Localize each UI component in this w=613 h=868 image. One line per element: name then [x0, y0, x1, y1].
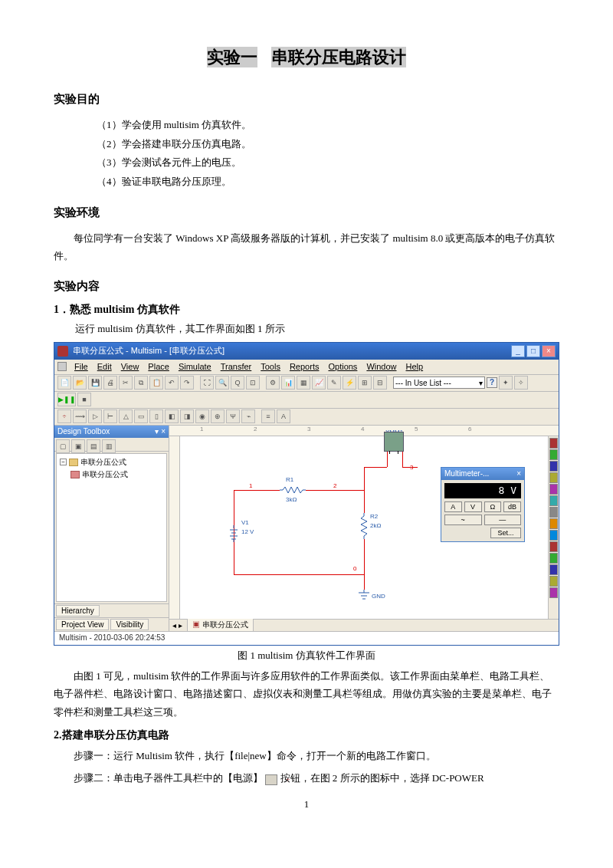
menu-options[interactable]: Options	[323, 362, 362, 371]
open-icon[interactable]: 📂	[73, 376, 87, 390]
in-use-dropdown[interactable]: --- In Use List ---▾	[393, 376, 485, 389]
instrument-icon[interactable]	[549, 484, 558, 495]
tool-icon[interactable]: ▥	[102, 439, 116, 453]
undo-icon[interactable]: ↶	[165, 376, 179, 390]
new-icon[interactable]: 📄	[57, 376, 71, 390]
resistor-r1[interactable]	[280, 486, 306, 494]
tab-visibility[interactable]: Visibility	[110, 619, 149, 630]
instrument-icon[interactable]	[549, 449, 558, 460]
tool-icon[interactable]: ⊞	[358, 376, 372, 390]
maximize-button[interactable]: □	[526, 345, 540, 357]
instrument-icon[interactable]	[549, 541, 558, 552]
elec-icon[interactable]: ⌁	[241, 409, 255, 423]
analog-icon[interactable]: △	[119, 409, 133, 423]
tool-icon[interactable]: ▣	[71, 439, 85, 453]
misc-icon[interactable]: ⊕	[211, 409, 225, 423]
instrument-icon[interactable]	[549, 461, 558, 472]
mixed-icon[interactable]: ◨	[180, 409, 194, 423]
instrument-icon[interactable]	[549, 507, 558, 518]
zoom-area-icon[interactable]: ⊡	[246, 376, 260, 390]
menu-edit[interactable]: Edit	[93, 362, 116, 371]
instrument-icon[interactable]	[549, 576, 558, 587]
menu-file[interactable]: File	[70, 362, 93, 371]
multimeter-window[interactable]: Multimeter-... × 8 V A V Ω dB	[441, 467, 525, 542]
instrument-icon[interactable]	[549, 530, 558, 541]
tab-hierarchy[interactable]: Hierarchy	[56, 605, 100, 616]
instrument-icon[interactable]	[549, 587, 558, 598]
mm-btn-dc[interactable]: —	[484, 515, 522, 525]
zoom-fit-icon[interactable]: ⛶	[200, 376, 214, 390]
diode-icon[interactable]: ▷	[88, 409, 102, 423]
basic-icon[interactable]: ⟿	[73, 409, 87, 423]
rf-icon[interactable]: Ψ	[226, 409, 240, 423]
instrument-icon[interactable]	[549, 564, 558, 575]
ground-icon[interactable]	[358, 590, 370, 600]
paste-icon[interactable]: 📋	[149, 376, 163, 390]
design-toolbox-title[interactable]: Design Toolbox ▾ ×	[54, 426, 169, 438]
cut-icon[interactable]: ✂	[119, 376, 133, 390]
close-icon[interactable]: ×	[516, 469, 521, 478]
mm-btn-a[interactable]: A	[444, 501, 462, 512]
multimeter-titlebar[interactable]: Multimeter-... ×	[441, 468, 524, 480]
mm-btn-ac[interactable]: ~	[444, 515, 482, 525]
design-tree[interactable]: − 串联分压公式 串联分压公式	[56, 453, 167, 602]
multimeter-instrument-icon[interactable]	[384, 432, 404, 452]
ttl-icon[interactable]: ▭	[134, 409, 148, 423]
instrument-icon[interactable]	[549, 438, 558, 449]
close-button[interactable]: ×	[542, 345, 556, 357]
tool-icon[interactable]: ▤	[87, 439, 100, 453]
tool-icon[interactable]: ⚙	[266, 376, 280, 390]
chart-icon[interactable]: 📊	[281, 376, 295, 390]
transistor-icon[interactable]: ⊢	[103, 409, 117, 423]
mm-set-button[interactable]: Set...	[490, 528, 521, 538]
source-icon[interactable]: ÷	[57, 409, 71, 423]
menu-transfer[interactable]: Transfer	[216, 362, 257, 371]
tool-icon[interactable]: ✧	[514, 376, 528, 390]
instrument-icon[interactable]	[549, 472, 558, 483]
copy-icon[interactable]: ⧉	[134, 376, 148, 390]
panel-close-icon[interactable]: ▾ ×	[155, 427, 166, 436]
cmos-icon[interactable]: ▯	[149, 409, 163, 423]
tool-icon[interactable]: ⚡	[343, 376, 356, 390]
print-icon[interactable]: 🖨	[103, 376, 117, 390]
mm-btn-v[interactable]: V	[464, 501, 482, 512]
schematic-canvas[interactable]: XMM1 R1 3kΩ R2 2kΩ	[180, 436, 548, 619]
menu-place[interactable]: Place	[143, 362, 174, 371]
titlebar[interactable]: 串联分压公式 - Multisim - [串联分压公式] _ □ ×	[54, 343, 559, 360]
instrument-icon[interactable]	[549, 553, 558, 564]
minimize-button[interactable]: _	[511, 345, 525, 357]
tool-icon[interactable]: 📈	[312, 376, 326, 390]
instrument-icon[interactable]	[549, 518, 558, 529]
canvas-tab[interactable]: ▣ 串联分压公式	[187, 618, 254, 632]
tool-icon[interactable]: ✎	[327, 376, 341, 390]
tool-icon[interactable]: ✦	[499, 376, 513, 390]
tool-icon[interactable]: ▢	[56, 439, 70, 453]
text-icon[interactable]: A	[277, 409, 290, 423]
mm-btn-db[interactable]: dB	[503, 501, 521, 512]
misc-icon[interactable]: ◧	[165, 409, 179, 423]
instrument-icon[interactable]	[549, 495, 558, 506]
redo-icon[interactable]: ↷	[180, 376, 194, 390]
run-icon[interactable]: ▶❚❚	[57, 393, 76, 406]
tree-root[interactable]: − 串联分压公式	[60, 457, 163, 468]
tool-icon[interactable]: ⊟	[373, 376, 387, 390]
menu-tools[interactable]: Tools	[256, 362, 285, 371]
zoom-in-icon[interactable]: 🔍	[215, 376, 229, 390]
resistor-r2[interactable]	[360, 513, 368, 539]
save-icon[interactable]: 💾	[88, 376, 102, 390]
menu-view[interactable]: View	[116, 362, 144, 371]
menu-window[interactable]: Window	[362, 362, 401, 371]
stop-icon[interactable]: ■	[77, 393, 91, 406]
zoom-out-icon[interactable]: Q	[231, 376, 244, 390]
help-icon[interactable]: ?	[487, 377, 497, 388]
battery-v1[interactable]	[228, 525, 239, 542]
menu-simulate[interactable]: Simulate	[174, 362, 216, 371]
indicator-icon[interactable]: ◉	[195, 409, 209, 423]
mm-btn-ohm[interactable]: Ω	[484, 501, 502, 512]
tool-icon[interactable]: ▦	[297, 376, 310, 390]
tab-project-view[interactable]: Project View	[56, 619, 109, 630]
menu-help[interactable]: Help	[402, 362, 428, 371]
bus-icon[interactable]: ≡	[261, 409, 275, 423]
menu-reports[interactable]: Reports	[285, 362, 324, 371]
tree-child[interactable]: 串联分压公式	[70, 469, 163, 480]
